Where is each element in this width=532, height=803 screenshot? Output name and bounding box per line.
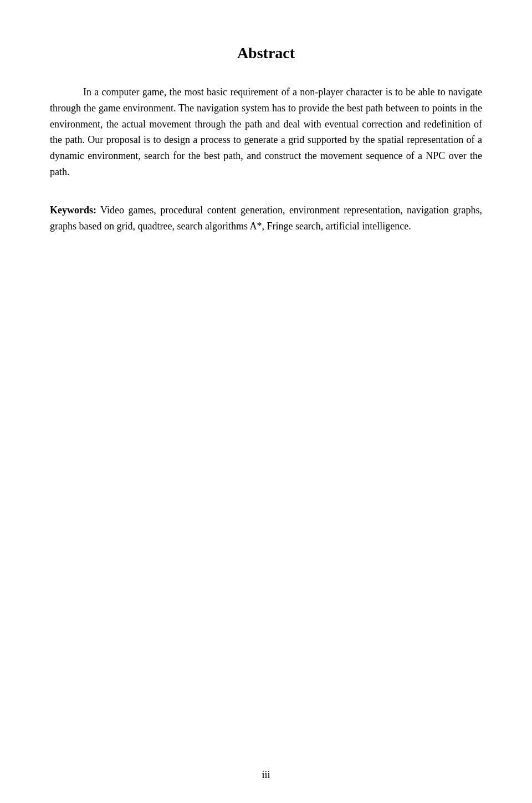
keywords-text: Video games, procedural content generati… [50, 204, 482, 232]
page-title: Abstract [50, 44, 482, 62]
abstract-paragraph: In a computer game, the most basic requi… [50, 84, 482, 180]
page-number: iii [262, 769, 270, 781]
page: Abstract In a computer game, the most ba… [0, 0, 532, 803]
keywords-section: Keywords: Video games, procedural conten… [50, 202, 482, 234]
keywords-label: Keywords: [50, 204, 96, 216]
abstract-text: In a computer game, the most basic requi… [50, 86, 482, 177]
